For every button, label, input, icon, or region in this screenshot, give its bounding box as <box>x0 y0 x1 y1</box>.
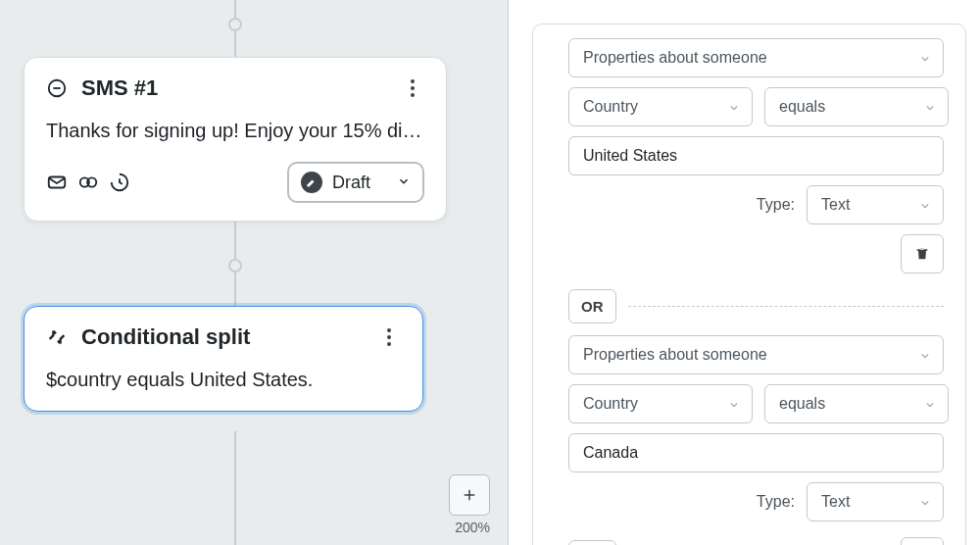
flow-canvas[interactable]: SMS #1 Thanks for signing up! Enjoy your… <box>0 0 508 545</box>
caret-down-icon <box>926 98 934 116</box>
zoom-in-button[interactable] <box>449 474 490 516</box>
object-select[interactable]: Properties about someone <box>568 335 944 374</box>
value-input[interactable] <box>568 433 944 472</box>
sms-node[interactable]: SMS #1 Thanks for signing up! Enjoy your… <box>24 57 447 222</box>
cond-node-summary: $country equals United States. <box>46 366 401 393</box>
type-label: Type: <box>757 196 795 214</box>
operator-select[interactable]: equals <box>764 87 949 126</box>
object-select[interactable]: Properties about someone <box>568 38 944 77</box>
attachment-icon[interactable] <box>77 172 99 193</box>
condition-group: Properties about someone Country equals … <box>532 24 966 545</box>
pencil-icon <box>301 172 322 193</box>
dash-line <box>628 306 945 307</box>
chevron-down-icon <box>397 173 411 193</box>
cond-node-title: Conditional split <box>81 324 250 350</box>
select-value: Country <box>583 395 638 413</box>
caret-down-icon <box>730 98 738 116</box>
connector-dot <box>228 259 242 272</box>
split-icon <box>46 326 68 348</box>
envelope-icon[interactable] <box>46 172 68 193</box>
status-label: Draft <box>332 173 370 193</box>
condition-block: Properties about someone Country equals … <box>568 335 944 521</box>
select-value: Text <box>821 493 850 511</box>
caret-down-icon <box>921 196 929 214</box>
sms-node-title: SMS #1 <box>81 75 158 101</box>
caret-down-icon <box>921 493 929 511</box>
caret-down-icon <box>921 49 929 67</box>
field-select[interactable]: Country <box>568 87 753 126</box>
node-more-menu[interactable] <box>377 325 401 349</box>
conditional-split-node[interactable]: Conditional split $country equals United… <box>24 306 423 412</box>
caret-down-icon <box>921 346 929 364</box>
connector-dot <box>228 18 242 31</box>
or-chip: OR <box>568 289 616 323</box>
sms-node-preview: Thanks for signing up! Enjoy your 15% di… <box>46 117 424 144</box>
or-action-row: OR <box>568 537 944 545</box>
select-value: Country <box>583 98 638 116</box>
select-value: equals <box>779 395 825 413</box>
value-input[interactable] <box>568 136 944 175</box>
condition-block: Properties about someone Country equals … <box>568 38 944 273</box>
sms-icon <box>46 77 68 99</box>
caret-down-icon <box>926 395 934 413</box>
type-select[interactable]: Text <box>807 185 944 224</box>
delete-condition-button[interactable] <box>901 537 944 545</box>
condition-editor-panel: Properties about someone Country equals … <box>508 0 980 545</box>
field-select[interactable]: Country <box>568 384 753 423</box>
clock-icon[interactable] <box>109 172 130 193</box>
type-label: Type: <box>757 493 795 511</box>
select-value: Text <box>821 196 850 214</box>
select-value: Properties about someone <box>583 346 767 364</box>
or-divider: OR <box>568 289 944 323</box>
select-value: equals <box>779 98 825 116</box>
delete-condition-button[interactable] <box>901 234 944 273</box>
caret-down-icon <box>730 395 738 413</box>
type-select[interactable]: Text <box>807 482 944 521</box>
zoom-control: 200% <box>449 474 490 535</box>
select-value: Properties about someone <box>583 49 767 67</box>
zoom-level: 200% <box>455 520 490 535</box>
status-dropdown[interactable]: Draft <box>287 162 424 203</box>
add-or-button[interactable]: OR <box>568 540 616 546</box>
node-more-menu[interactable] <box>401 76 424 100</box>
operator-select[interactable]: equals <box>764 384 949 423</box>
connector-line <box>234 431 236 545</box>
